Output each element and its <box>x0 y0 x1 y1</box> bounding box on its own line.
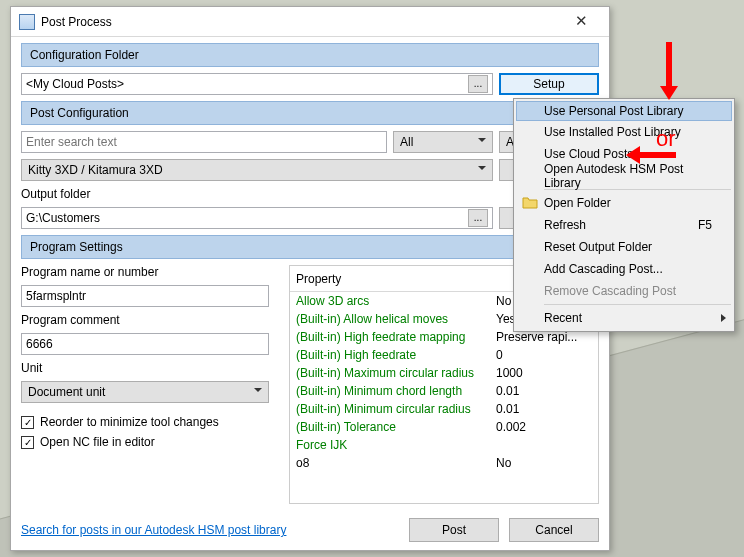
menu-item[interactable]: Use Personal Post Library <box>516 101 732 121</box>
reorder-checkbox[interactable]: ✓ <box>21 416 34 429</box>
open-nc-checkbox-row[interactable]: ✓ Open NC file in editor <box>21 435 281 449</box>
property-row[interactable]: Force IJK <box>290 436 598 454</box>
filter-category-select[interactable]: All <box>393 131 493 153</box>
search-posts-link[interactable]: Search for posts in our Autodesk HSM pos… <box>21 523 286 537</box>
property-value: Preserve rapi... <box>490 330 598 344</box>
menu-item[interactable]: Add Cascading Post... <box>516 258 732 280</box>
menu-item[interactable]: Recent <box>516 307 732 329</box>
property-row[interactable]: (Built-in) Maximum circular radius1000 <box>290 364 598 382</box>
menu-item-label: Recent <box>544 311 582 325</box>
property-row[interactable]: (Built-in) Tolerance0.002 <box>290 418 598 436</box>
menu-item[interactable]: Open Folder <box>516 192 732 214</box>
browse-config-folder-button[interactable]: ... <box>468 75 488 93</box>
output-folder-input[interactable] <box>26 211 464 225</box>
menu-item-label: Open Folder <box>544 196 611 210</box>
app-icon <box>19 14 35 30</box>
property-name: (Built-in) Minimum circular radius <box>290 402 490 416</box>
menu-item-label: Use Cloud Posts <box>544 147 633 161</box>
property-column-header: Property <box>290 272 490 286</box>
property-row[interactable]: (Built-in) High feedrate0 <box>290 346 598 364</box>
menu-item: Remove Cascading Post <box>516 280 732 302</box>
configuration-folder-input[interactable] <box>26 77 464 91</box>
chevron-down-icon <box>254 388 262 392</box>
property-name: o8 <box>290 456 490 470</box>
output-folder-field[interactable]: ... <box>21 207 493 229</box>
menu-item-label: Reset Output Folder <box>544 240 652 254</box>
property-name: Force IJK <box>290 438 490 452</box>
menu-separator <box>544 304 731 305</box>
unit-label: Unit <box>21 361 281 375</box>
property-name: (Built-in) Maximum circular radius <box>290 366 490 380</box>
menu-item[interactable]: RefreshF5 <box>516 214 732 236</box>
menu-item-label: Remove Cascading Post <box>544 284 676 298</box>
annotation-arrow-down <box>662 42 676 98</box>
property-value: 0.01 <box>490 402 598 416</box>
menu-item-shortcut: F5 <box>698 218 712 232</box>
unit-value: Document unit <box>28 385 105 399</box>
property-name: (Built-in) Minimum chord length <box>290 384 490 398</box>
chevron-down-icon <box>478 138 486 142</box>
browse-output-folder-button[interactable]: ... <box>468 209 488 227</box>
submenu-arrow-icon <box>721 314 726 322</box>
menu-item-label: Open Autodesk HSM Post Library <box>544 162 712 190</box>
close-button[interactable]: ✕ <box>561 11 601 33</box>
reorder-checkbox-row[interactable]: ✓ Reorder to minimize tool changes <box>21 415 281 429</box>
open-nc-checkbox[interactable]: ✓ <box>21 436 34 449</box>
configuration-folder-header: Configuration Folder <box>21 43 599 67</box>
program-comment-input[interactable] <box>21 333 269 355</box>
property-value: 0.01 <box>490 384 598 398</box>
titlebar: Post Process ✕ <box>11 7 609 37</box>
window-title: Post Process <box>41 15 112 29</box>
setup-context-menu: Use Personal Post LibraryUse Installed P… <box>513 98 735 332</box>
post-processor-select[interactable]: Kitty 3XD / Kitamura 3XD <box>21 159 493 181</box>
search-input[interactable] <box>21 131 387 153</box>
setup-button[interactable]: Setup <box>499 73 599 95</box>
property-name: Allow 3D arcs <box>290 294 490 308</box>
property-name: (Built-in) High feedrate <box>290 348 490 362</box>
program-name-input[interactable] <box>21 285 269 307</box>
dialog-footer: Search for posts in our Autodesk HSM pos… <box>21 510 599 542</box>
menu-item-label: Add Cascading Post... <box>544 262 663 276</box>
property-name: (Built-in) Allow helical moves <box>290 312 490 326</box>
program-comment-label: Program comment <box>21 313 281 327</box>
property-value: 0.002 <box>490 420 598 434</box>
property-value: 0 <box>490 348 598 362</box>
filter-category-value: All <box>400 135 413 149</box>
reorder-checkbox-label: Reorder to minimize tool changes <box>40 415 219 429</box>
menu-item-label: Refresh <box>544 218 586 232</box>
property-name: (Built-in) High feedrate mapping <box>290 330 490 344</box>
program-name-label: Program name or number <box>21 265 281 279</box>
folder-icon <box>522 195 538 211</box>
settings-left-column: Program name or number Program comment U… <box>21 265 281 504</box>
menu-item-label: Use Personal Post Library <box>544 104 683 118</box>
cancel-button[interactable]: Cancel <box>509 518 599 542</box>
menu-item[interactable]: Open Autodesk HSM Post Library <box>516 165 732 187</box>
post-button[interactable]: Post <box>409 518 499 542</box>
post-processor-value: Kitty 3XD / Kitamura 3XD <box>28 163 163 177</box>
property-name: (Built-in) Tolerance <box>290 420 490 434</box>
menu-item[interactable]: Reset Output Folder <box>516 236 732 258</box>
property-row[interactable]: o8No <box>290 454 598 472</box>
menu-item[interactable]: Use Installed Post Library <box>516 121 732 143</box>
open-nc-checkbox-label: Open NC file in editor <box>40 435 155 449</box>
configuration-folder-field[interactable]: ... <box>21 73 493 95</box>
property-row[interactable]: (Built-in) Minimum chord length0.01 <box>290 382 598 400</box>
chevron-down-icon <box>478 166 486 170</box>
property-value: No <box>490 456 598 470</box>
unit-select[interactable]: Document unit <box>21 381 269 403</box>
annotation-arrow-left <box>626 148 676 162</box>
property-row[interactable]: (Built-in) Minimum circular radius0.01 <box>290 400 598 418</box>
property-value: 1000 <box>490 366 598 380</box>
